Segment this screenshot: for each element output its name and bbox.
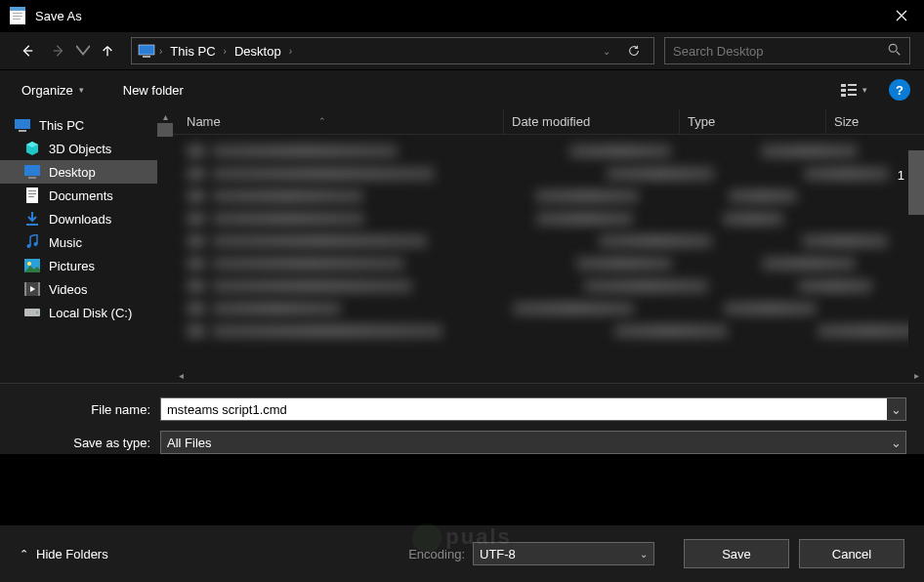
sidebar-item-label: Local Disk (C:) xyxy=(49,306,132,320)
scroll-right-icon[interactable]: ▸ xyxy=(908,367,924,383)
svg-rect-22 xyxy=(26,224,38,226)
svg-rect-4 xyxy=(13,19,21,20)
sidebar-label: This PC xyxy=(39,118,84,133)
newfolder-label: New folder xyxy=(123,83,184,98)
file-row[interactable] xyxy=(187,230,924,252)
svg-rect-29 xyxy=(38,282,40,296)
breadcrumb-thispc[interactable]: This PC xyxy=(166,44,219,59)
recent-dropdown[interactable] xyxy=(76,37,90,64)
file-row[interactable] xyxy=(187,320,924,342)
refresh-button[interactable] xyxy=(620,37,648,64)
chevron-down-icon[interactable]: ⌄ xyxy=(887,398,905,420)
disk-icon xyxy=(23,304,41,321)
breadcrumb-desktop[interactable]: Desktop xyxy=(231,44,285,59)
sidebar-item-videos[interactable]: Videos xyxy=(0,277,173,301)
nav-bar: › This PC › Desktop › ⌄ xyxy=(0,31,924,70)
file-row[interactable] xyxy=(187,141,924,162)
doc-icon xyxy=(23,187,41,204)
sidebar-scrollbar[interactable]: ▴ xyxy=(157,109,173,383)
file-row[interactable] xyxy=(187,186,924,207)
sidebar-item-music[interactable]: Music xyxy=(0,230,173,254)
file-rows[interactable]: 1 xyxy=(173,135,924,367)
file-row[interactable] xyxy=(187,298,924,319)
forward-button[interactable] xyxy=(45,37,72,64)
saveastype-value: All Files xyxy=(161,436,886,450)
sidebar-item-pictures[interactable]: Pictures xyxy=(0,254,173,277)
sidebar-item-documents[interactable]: Documents xyxy=(0,184,173,207)
pictures-icon xyxy=(23,257,41,274)
newfolder-button[interactable]: New folder xyxy=(115,79,191,102)
footer: ⌃ Hide Folders Encoding: UTF-8 ⌄ Save Ca… xyxy=(0,525,924,582)
svg-rect-5 xyxy=(139,45,154,55)
column-name[interactable]: Name⌃ xyxy=(187,109,503,134)
inputs-panel: File name: ⌄ Save as type: All Files ⌄ xyxy=(0,383,924,454)
title-bar: Save As xyxy=(0,0,924,31)
up-button[interactable] xyxy=(94,37,121,64)
svg-rect-20 xyxy=(28,193,36,194)
svg-rect-3 xyxy=(13,16,22,17)
column-size[interactable]: Size xyxy=(825,109,874,134)
svg-rect-11 xyxy=(848,84,857,86)
chevron-up-icon: ⌃ xyxy=(20,548,28,561)
pc-icon xyxy=(138,44,155,58)
file-row[interactable] xyxy=(187,163,924,185)
address-bar[interactable]: › This PC › Desktop › ⌄ xyxy=(131,37,654,64)
column-modified[interactable]: Date modified xyxy=(503,109,679,134)
filename-input[interactable] xyxy=(161,398,887,420)
svg-rect-21 xyxy=(28,196,34,197)
back-button[interactable] xyxy=(14,37,41,64)
file-row[interactable] xyxy=(187,208,924,229)
sidebar-item-downloads[interactable]: Downloads xyxy=(0,207,173,230)
svg-rect-28 xyxy=(24,282,26,296)
cancel-button[interactable]: Cancel xyxy=(799,539,904,568)
chevron-right-icon[interactable]: › xyxy=(224,46,227,57)
partial-value: 1 xyxy=(898,168,904,183)
content-area: This PC 3D ObjectsDesktopDocumentsDownlo… xyxy=(0,109,924,383)
organize-button[interactable]: Organize▾ xyxy=(14,79,92,102)
pc-icon xyxy=(14,116,31,134)
sidebar-item-local-disk-c-[interactable]: Local Disk (C:) xyxy=(0,301,173,324)
hidefolders-button[interactable]: ⌃ Hide Folders xyxy=(20,547,108,561)
svg-rect-1 xyxy=(10,7,25,11)
chevron-down-icon[interactable]: ⌄ xyxy=(886,436,905,450)
scroll-left-icon[interactable]: ◂ xyxy=(173,367,189,383)
hidefolders-label: Hide Folders xyxy=(36,547,108,561)
encoding-combo[interactable]: UTF-8 ⌄ xyxy=(473,542,654,565)
column-type[interactable]: Type xyxy=(679,109,825,134)
file-scrollbar[interactable] xyxy=(908,135,924,363)
sidebar-item-3d-objects[interactable]: 3D Objects xyxy=(0,137,173,160)
toolbar: Organize▾ New folder ▾ ? xyxy=(0,70,924,109)
address-dropdown-icon[interactable]: ⌄ xyxy=(603,46,610,57)
file-row[interactable] xyxy=(187,275,924,297)
sidebar-item-desktop[interactable]: Desktop xyxy=(0,160,173,184)
close-button[interactable] xyxy=(879,0,924,31)
saveastype-field-wrap[interactable]: All Files ⌄ xyxy=(160,431,906,454)
view-options-button[interactable]: ▾ xyxy=(837,78,871,102)
video-icon xyxy=(23,280,41,298)
help-button[interactable]: ? xyxy=(889,79,910,101)
chevron-down-icon: ▾ xyxy=(79,85,84,95)
sidebar-item-label: Downloads xyxy=(49,212,111,227)
svg-rect-6 xyxy=(143,56,150,58)
svg-rect-16 xyxy=(24,165,40,176)
svg-point-26 xyxy=(27,262,31,266)
sidebar-item-label: Pictures xyxy=(49,259,95,273)
sidebar-thispc[interactable]: This PC xyxy=(0,113,173,137)
save-button[interactable]: Save xyxy=(684,539,789,568)
svg-rect-2 xyxy=(13,13,22,14)
notepad-icon xyxy=(8,6,27,25)
search-box[interactable] xyxy=(664,37,910,64)
svg-point-31 xyxy=(36,312,38,313)
search-icon[interactable] xyxy=(888,43,902,60)
sidebar-item-label: 3D Objects xyxy=(49,142,111,156)
svg-rect-12 xyxy=(848,89,857,91)
file-list-area: Name⌃ Date modified Type Size 1 ◂ ▸ xyxy=(173,109,924,383)
file-row[interactable] xyxy=(187,253,924,274)
horizontal-scrollbar[interactable]: ◂ ▸ xyxy=(173,367,924,383)
svg-point-7 xyxy=(889,44,897,52)
chevron-right-icon[interactable]: › xyxy=(289,46,292,57)
column-headers: Name⌃ Date modified Type Size xyxy=(173,109,924,135)
search-input[interactable] xyxy=(673,44,888,59)
chevron-right-icon[interactable]: › xyxy=(159,46,162,57)
filename-label: File name: xyxy=(18,402,160,417)
